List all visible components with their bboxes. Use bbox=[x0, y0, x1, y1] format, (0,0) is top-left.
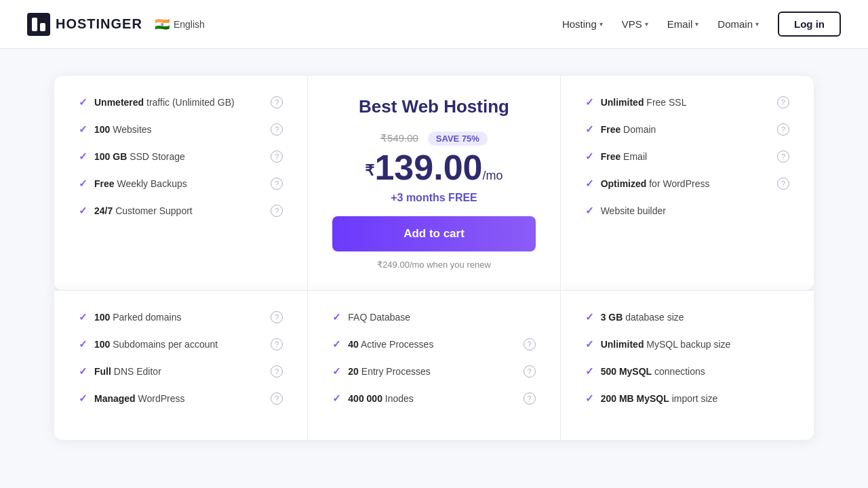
check-icon: ✓ bbox=[332, 311, 341, 323]
feature-left: ✓ Free Email bbox=[585, 150, 647, 163]
help-icon[interactable]: ? bbox=[271, 150, 283, 163]
feature-left: ✓ 500 MySQL connections bbox=[585, 365, 705, 378]
feature-left: ✓ Unlimited Free SSL bbox=[585, 96, 687, 108]
original-price: ₹549.00 bbox=[380, 132, 418, 144]
nav-domain-label: Domain bbox=[717, 18, 753, 30]
nav-vps[interactable]: VPS ▾ bbox=[622, 18, 648, 30]
feature-left: ✓ Unlimited MySQL backup size bbox=[585, 338, 731, 350]
check-icon: ✓ bbox=[585, 365, 594, 378]
feature-text: Managed WordPress bbox=[94, 393, 185, 404]
price-row: ₹549.00 SAVE 75% bbox=[332, 132, 535, 144]
pricing-card: ✓ Unmetered traffic (Unlimited GB) ? ✓ 1… bbox=[54, 76, 814, 290]
feature-text: Unlimited Free SSL bbox=[601, 97, 687, 108]
help-icon[interactable]: ? bbox=[524, 365, 536, 378]
login-button[interactable]: Log in bbox=[778, 12, 841, 37]
help-icon[interactable]: ? bbox=[271, 123, 283, 136]
feature-text: Full DNS Editor bbox=[94, 366, 161, 377]
help-icon[interactable]: ? bbox=[777, 178, 789, 190]
feature-backups: ✓ Free Weekly Backups ? bbox=[79, 178, 283, 190]
navbar-left: HOSTINGER 🇮🇳 English bbox=[27, 13, 562, 36]
flag-icon: 🇮🇳 bbox=[155, 17, 170, 32]
feature-text: Unlimited MySQL backup size bbox=[601, 339, 731, 350]
nav-email[interactable]: Email ▾ bbox=[667, 18, 699, 30]
check-icon: ✓ bbox=[585, 205, 594, 217]
help-icon[interactable]: ? bbox=[271, 338, 283, 350]
feature-left: ✓ Optimized for WordPress bbox=[585, 178, 710, 190]
feature-left: ✓ Full DNS Editor bbox=[79, 365, 161, 378]
help-icon[interactable]: ? bbox=[777, 96, 789, 108]
plan-title: Best Web Hosting bbox=[332, 96, 535, 117]
nav-hosting[interactable]: Hosting ▾ bbox=[562, 18, 603, 30]
logo-icon bbox=[27, 13, 50, 36]
feature-text: Free Domain bbox=[601, 124, 656, 135]
check-icon: ✓ bbox=[79, 338, 87, 350]
nav-hosting-label: Hosting bbox=[562, 18, 597, 30]
feature-text: Optimized for WordPress bbox=[601, 178, 710, 189]
left-features-col: ✓ Unmetered traffic (Unlimited GB) ? ✓ 1… bbox=[54, 76, 307, 290]
feature-parked: ✓ 100 Parked domains ? bbox=[79, 311, 283, 323]
feature-support: ✓ 24/7 Customer Support ? bbox=[79, 205, 283, 217]
feature-mysql-import: ✓ 200 MB MySQL import size bbox=[585, 392, 789, 405]
lang-label: English bbox=[174, 19, 205, 30]
help-icon[interactable]: ? bbox=[271, 311, 283, 323]
feature-unmetered: ✓ Unmetered traffic (Unlimited GB) ? bbox=[79, 96, 283, 108]
navbar-right: Hosting ▾ VPS ▾ Email ▾ Domain ▾ Log in bbox=[562, 12, 841, 37]
feature-left: ✓ FAQ Database bbox=[332, 311, 410, 323]
check-icon: ✓ bbox=[585, 392, 594, 405]
feature-entry-processes: ✓ 20 Entry Processes ? bbox=[332, 365, 535, 378]
feature-text: 24/7 Customer Support bbox=[94, 205, 193, 216]
bottom-right-col: ✓ 3 GB database size ✓ Unlimited MySQL b… bbox=[561, 291, 814, 440]
logo[interactable]: HOSTINGER bbox=[27, 13, 142, 36]
feature-dns: ✓ Full DNS Editor ? bbox=[79, 365, 283, 378]
help-icon[interactable]: ? bbox=[777, 150, 789, 163]
check-icon: ✓ bbox=[79, 365, 87, 378]
check-icon: ✓ bbox=[585, 96, 594, 108]
feature-text: 3 GB database size bbox=[601, 312, 684, 323]
help-icon[interactable]: ? bbox=[524, 392, 536, 405]
check-icon: ✓ bbox=[79, 150, 87, 163]
help-icon[interactable]: ? bbox=[271, 178, 283, 190]
save-badge: SAVE 75% bbox=[428, 131, 488, 146]
renew-note: ₹249.00/mo when you renew bbox=[332, 260, 535, 270]
feature-left: ✓ 200 MB MySQL import size bbox=[585, 392, 718, 405]
feature-left: ✓ 400 000 Inodes bbox=[332, 392, 414, 405]
price-number: 139.00 bbox=[374, 148, 482, 187]
feature-wordpress: ✓ Optimized for WordPress ? bbox=[585, 178, 789, 190]
check-icon: ✓ bbox=[585, 311, 594, 323]
check-icon: ✓ bbox=[585, 150, 594, 163]
help-icon[interactable]: ? bbox=[271, 205, 283, 217]
help-icon[interactable]: ? bbox=[777, 123, 789, 136]
feature-left: ✓ 100 GB SSD Storage bbox=[79, 150, 185, 163]
feature-text: Free Email bbox=[601, 151, 647, 162]
add-to-cart-button[interactable]: Add to cart bbox=[332, 216, 535, 251]
feature-text: 200 MB MySQL import size bbox=[601, 393, 718, 404]
right-features-col: ✓ Unlimited Free SSL ? ✓ Free Domain ? ✓… bbox=[561, 76, 814, 290]
feature-email: ✓ Free Email ? bbox=[585, 150, 789, 163]
feature-domain: ✓ Free Domain ? bbox=[585, 123, 789, 136]
free-months-label: +3 months FREE bbox=[332, 192, 535, 204]
feature-mysql-backup: ✓ Unlimited MySQL backup size bbox=[585, 338, 789, 350]
check-icon: ✓ bbox=[79, 311, 87, 323]
help-icon[interactable]: ? bbox=[271, 96, 283, 108]
help-icon[interactable]: ? bbox=[271, 392, 283, 405]
svg-rect-1 bbox=[40, 23, 45, 31]
nav-domain[interactable]: Domain ▾ bbox=[717, 18, 759, 30]
feature-ssl: ✓ Unlimited Free SSL ? bbox=[585, 96, 789, 108]
check-icon: ✓ bbox=[79, 205, 87, 217]
center-plan-col: Best Web Hosting ₹549.00 SAVE 75% ₹139.0… bbox=[307, 76, 560, 290]
lang-selector[interactable]: 🇮🇳 English bbox=[155, 17, 205, 32]
nav-vps-label: VPS bbox=[622, 18, 642, 30]
feature-text: 400 000 Inodes bbox=[348, 393, 414, 404]
check-icon: ✓ bbox=[585, 123, 594, 136]
help-icon[interactable]: ? bbox=[271, 365, 283, 378]
check-icon: ✓ bbox=[332, 338, 341, 350]
feature-faq: ✓ FAQ Database bbox=[332, 311, 535, 323]
feature-left: ✓ 100 Websites bbox=[79, 123, 152, 136]
feature-text: Unmetered traffic (Unlimited GB) bbox=[94, 97, 235, 108]
price-main: ₹139.00/mo bbox=[332, 150, 535, 185]
help-icon[interactable]: ? bbox=[524, 338, 536, 350]
feature-websites: ✓ 100 Websites ? bbox=[79, 123, 283, 136]
feature-website-builder: ✓ Website builder bbox=[585, 205, 789, 217]
feature-active-processes: ✓ 40 Active Processes ? bbox=[332, 338, 535, 350]
feature-left: ✓ 40 Active Processes bbox=[332, 338, 433, 350]
